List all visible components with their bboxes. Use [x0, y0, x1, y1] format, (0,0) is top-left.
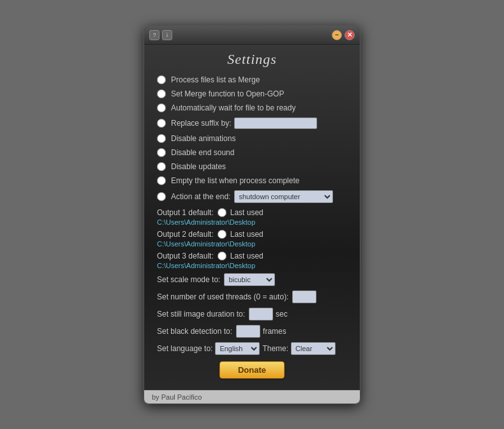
output3-last-used: Last used: [230, 252, 263, 260]
title-bar-right-controls: ? i: [149, 30, 172, 40]
output3-path[interactable]: C:\Users\Administrator\Desktop: [157, 262, 347, 269]
theme-label: Theme:: [262, 344, 288, 353]
output2-last-used: Last used: [230, 230, 263, 239]
threads-row: Set number of used threads (0 = auto): 0: [157, 290, 347, 303]
disable-updates-radio[interactable]: [157, 162, 166, 171]
option-empty-list: Empty the list when process complete: [157, 176, 347, 185]
disable-sound-radio[interactable]: [157, 148, 166, 157]
option-disable-updates: Disable updates: [157, 162, 347, 171]
disable-sound-label: Disable end sound: [171, 148, 234, 157]
scale-mode-label: Set scale mode to:: [157, 275, 220, 284]
language-select[interactable]: English French German Spanish: [215, 342, 260, 355]
process-files-label: Process files list as Merge: [171, 75, 260, 84]
action-end-radio[interactable]: [157, 192, 166, 201]
still-image-label: Set still image duration to:: [157, 310, 245, 319]
black-detection-input[interactable]: 10: [236, 325, 260, 338]
output3-row: Output 3 default: Last used: [157, 252, 347, 260]
title-bar: ? i – ✕: [144, 26, 360, 45]
black-detection-label: Set black detection to:: [157, 327, 232, 336]
replace-suffix-input[interactable]: [234, 117, 317, 129]
scale-mode-row: Set scale mode to: bicubic bilinear lanc…: [157, 273, 347, 286]
output1-label: Output 1 default:: [157, 208, 214, 217]
language-label: Set language to:: [157, 344, 212, 353]
empty-list-radio[interactable]: [157, 176, 166, 185]
threads-label: Set number of used threads (0 = auto):: [157, 292, 288, 301]
option-set-merge: Set Merge function to Open-GOP: [157, 89, 347, 98]
option-auto-wait: Automatically wait for file to be ready: [157, 103, 347, 112]
output2-row: Output 2 default: Last used: [157, 230, 347, 239]
scale-mode-select[interactable]: bicubic bilinear lanczos nearest: [224, 273, 275, 286]
output1-radio[interactable]: [218, 208, 226, 217]
auto-wait-label: Automatically wait for file to be ready: [171, 103, 295, 112]
settings-window: ? i – ✕ Settings Process files list as M…: [144, 26, 360, 404]
settings-heading: Settings: [144, 45, 360, 75]
black-detection-row: Set black detection to: 10 frames: [157, 325, 347, 338]
minimize-button[interactable]: –: [332, 30, 342, 40]
set-merge-radio[interactable]: [157, 89, 166, 98]
donate-button[interactable]: Donate: [219, 361, 285, 379]
window-controls: – ✕: [332, 30, 355, 40]
disable-updates-label: Disable updates: [171, 162, 226, 171]
threads-input[interactable]: 0: [292, 290, 316, 303]
footer: by Paul Pacifico: [144, 390, 360, 403]
process-files-radio[interactable]: [157, 75, 166, 84]
replace-suffix-radio[interactable]: [157, 119, 166, 128]
output3-label: Output 3 default:: [157, 252, 214, 260]
action-end-label: Action at the end:: [171, 192, 230, 201]
output2-path[interactable]: C:\Users\Administrator\Desktop: [157, 240, 347, 248]
still-image-row: Set still image duration to: 10 sec: [157, 308, 347, 320]
option-disable-anim: Disable animations: [157, 134, 347, 143]
donate-row: Donate: [157, 361, 347, 379]
footer-text: by Paul Pacifico: [152, 393, 202, 401]
still-image-input[interactable]: 10: [249, 308, 273, 320]
action-end-select[interactable]: shutdown computer do nothing hibernate s…: [234, 190, 333, 203]
disable-anim-radio[interactable]: [157, 134, 166, 143]
empty-list-label: Empty the list when process complete: [171, 176, 299, 185]
auto-wait-radio[interactable]: [157, 103, 166, 112]
language-row: Set language to: English French German S…: [157, 342, 347, 355]
option-process-files: Process files list as Merge: [157, 75, 347, 84]
output1-section: Output 1 default: Last used C:\Users\Adm…: [157, 208, 347, 226]
output1-row: Output 1 default: Last used: [157, 208, 347, 217]
action-end-row: Action at the end: shutdown computer do …: [157, 190, 347, 203]
output1-last-used: Last used: [230, 208, 263, 217]
output3-section: Output 3 default: Last used C:\Users\Adm…: [157, 252, 347, 269]
settings-content: Process files list as Merge Set Merge fu…: [144, 75, 360, 390]
black-detection-unit: frames: [263, 327, 286, 336]
help-icon[interactable]: ?: [149, 30, 159, 40]
theme-select[interactable]: Clear Dark Blue: [291, 342, 336, 355]
option-replace-suffix: Replace suffix by:: [157, 117, 347, 129]
close-button[interactable]: ✕: [345, 30, 355, 40]
option-disable-sound: Disable end sound: [157, 148, 347, 157]
info-icon[interactable]: i: [162, 30, 172, 40]
disable-anim-label: Disable animations: [171, 134, 235, 143]
output1-path[interactable]: C:\Users\Administrator\Desktop: [157, 218, 347, 226]
output2-section: Output 2 default: Last used C:\Users\Adm…: [157, 230, 347, 248]
replace-suffix-label: Replace suffix by:: [171, 119, 232, 128]
output3-radio[interactable]: [218, 252, 226, 260]
set-merge-label: Set Merge function to Open-GOP: [171, 89, 284, 98]
still-image-unit: sec: [276, 310, 288, 319]
output2-radio[interactable]: [218, 230, 226, 239]
output2-label: Output 2 default:: [157, 230, 214, 239]
